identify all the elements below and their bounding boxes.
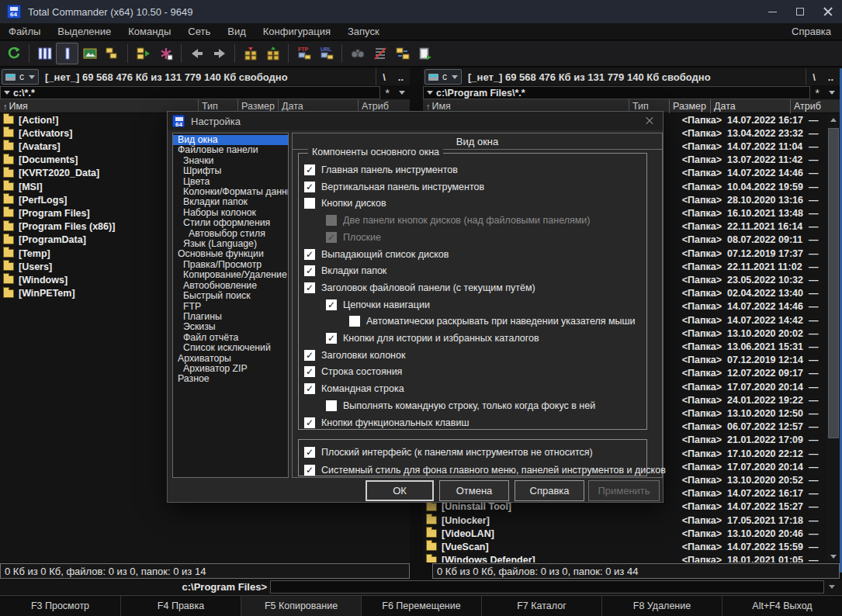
file-row[interactable]: [VueScan]<Папка>14.07.2022 15:59—: [423, 540, 827, 553]
file-row[interactable]: [VideoLAN]<Папка>13.10.2020 20:46—: [423, 527, 827, 540]
right-up-button[interactable]: ..: [822, 71, 840, 83]
checkbox-row[interactable]: ✓Вертикальная панель инструментов: [304, 180, 484, 194]
checkbox-checked[interactable]: ✓: [304, 465, 315, 476]
checkbox-checked[interactable]: ✓: [304, 366, 315, 377]
maximize-button[interactable]: [786, 0, 814, 23]
menu-item-Команды[interactable]: Команды: [120, 23, 179, 40]
checkbox-row[interactable]: Кнопки дисков: [304, 196, 386, 210]
close-button[interactable]: [814, 0, 842, 23]
checkbox-row[interactable]: ✓Кнопки функциональных клавиш: [304, 416, 469, 430]
settings-tree-item[interactable]: Список исключений: [173, 343, 288, 353]
settings-tree-item[interactable]: Файл отчёта: [173, 333, 288, 343]
checkbox-checked[interactable]: ✓: [304, 417, 315, 428]
fn-button-F3[interactable]: F3 Просмотр: [0, 596, 120, 616]
checkbox-checked[interactable]: ✓: [326, 232, 337, 243]
settings-tree-item[interactable]: Вид окна: [173, 135, 288, 145]
column-header-Размер[interactable]: Размер: [669, 99, 706, 113]
command-history-icon[interactable]: [829, 585, 835, 589]
settings-tree-item[interactable]: FTP: [173, 302, 288, 312]
menu-item-Выделение[interactable]: Выделение: [49, 23, 120, 40]
checkbox-checked[interactable]: ✓: [304, 182, 315, 192]
back-icon[interactable]: [185, 43, 208, 64]
sync-dirs-icon[interactable]: [391, 43, 414, 64]
right-scrollbar[interactable]: [827, 113, 840, 562]
dialog-close-button[interactable]: [643, 115, 657, 127]
forward-icon[interactable]: [208, 43, 230, 64]
file-row[interactable]: [Unlocker]<Папка>17.05.2021 17:18—: [423, 514, 827, 527]
ftp-connect-icon[interactable]: FTP: [293, 43, 315, 64]
settings-tree-item[interactable]: Колонки/Форматы данных: [173, 187, 288, 197]
menu-item-Запуск[interactable]: Запуск: [339, 23, 388, 40]
unpack-icon[interactable]: [262, 43, 284, 64]
menu-item-Сеть[interactable]: Сеть: [179, 23, 219, 40]
dir-branch-icon[interactable]: [132, 43, 154, 64]
menu-item-Конфигурация[interactable]: Конфигурация: [255, 23, 339, 40]
view-tree-icon[interactable]: [101, 43, 123, 64]
checkbox-unchecked[interactable]: [304, 198, 315, 209]
favorites-star-icon[interactable]: *: [815, 89, 819, 97]
fn-button-F6[interactable]: F6 Перемещение: [361, 596, 481, 616]
settings-tree-item[interactable]: Плагины: [173, 312, 288, 322]
ftp-url-icon[interactable]: URL: [315, 43, 338, 64]
settings-tree-item[interactable]: Значки: [173, 156, 288, 166]
checkbox-checked[interactable]: ✓: [304, 447, 315, 458]
history-dropdown-icon[interactable]: [399, 91, 405, 95]
checkbox-row[interactable]: ✓Вкладки папок: [304, 264, 386, 278]
checkbox-unchecked[interactable]: [326, 400, 337, 411]
checkbox-unchecked[interactable]: [349, 316, 360, 327]
fn-button-F8[interactable]: F8 Удаление: [601, 596, 722, 616]
left-root-button[interactable]: \: [376, 71, 392, 83]
fn-button-F7[interactable]: F7 Каталог: [481, 596, 601, 616]
minimize-button[interactable]: [758, 0, 786, 23]
checkbox-row[interactable]: ✓Кнопки для истории и избранных каталого…: [326, 331, 539, 345]
fn-button-F5[interactable]: F5 Копирование: [241, 596, 361, 616]
scroll-up-icon[interactable]: [827, 113, 840, 126]
scroll-down-icon[interactable]: [827, 550, 840, 562]
settings-tree-item[interactable]: Файловые панели: [173, 145, 288, 155]
checkbox-row[interactable]: ✓Заголовки колонок: [304, 348, 405, 362]
settings-tree-item[interactable]: Вкладки папок: [173, 197, 288, 207]
fn-button-Alt+F4[interactable]: Alt+F4 Выход: [722, 596, 842, 616]
settings-tree-item[interactable]: Основные функции: [173, 249, 288, 259]
dialog-button-ok[interactable]: ОК: [366, 480, 434, 501]
view-full-icon[interactable]: [33, 43, 56, 64]
settings-tree-item[interactable]: Копирование/Удаление: [173, 270, 288, 280]
settings-tree-item[interactable]: Правка/Просмотр: [173, 260, 288, 270]
settings-tree-item[interactable]: Автообновление: [173, 281, 288, 291]
checkbox-checked[interactable]: ✓: [304, 265, 315, 276]
checkbox-row[interactable]: ✓Строка состояния: [304, 365, 402, 379]
favorites-star-icon[interactable]: *: [385, 89, 390, 97]
menu-item-Вид[interactable]: Вид: [219, 23, 255, 40]
checkbox-checked[interactable]: ✓: [326, 299, 337, 310]
menu-item-Файлы[interactable]: Файлы: [0, 23, 49, 40]
view-brief-icon[interactable]: [56, 43, 78, 64]
file-row[interactable]: [Windows Defender]<Папка>18.01.2021 01:0…: [423, 554, 827, 562]
checkbox-row[interactable]: ✓Командная строка: [304, 382, 404, 396]
checkbox-unchecked[interactable]: [326, 215, 337, 226]
settings-tree-item[interactable]: Разное: [173, 374, 288, 384]
left-up-button[interactable]: ..: [392, 71, 410, 83]
settings-tree-item[interactable]: Наборы колонок: [173, 208, 288, 218]
view-thumbs-icon[interactable]: [78, 43, 101, 64]
checkbox-row[interactable]: ✓Главная панель инструментов: [304, 163, 458, 177]
scrollbar-thumb[interactable]: [828, 128, 839, 438]
column-header-Дата[interactable]: Дата: [710, 99, 736, 113]
right-root-button[interactable]: \: [806, 71, 822, 83]
settings-tree-item[interactable]: Архиваторы: [173, 354, 288, 364]
checkbox-row[interactable]: Две панели кнопок дисков (над файловыми …: [326, 213, 591, 227]
checkbox-row[interactable]: ✓Системный стиль для фона главного меню,…: [304, 463, 666, 477]
checkbox-checked[interactable]: ✓: [304, 249, 315, 260]
menu-help[interactable]: Справка: [781, 26, 842, 37]
right-drive-combo[interactable]: c: [424, 69, 462, 85]
checkbox-row[interactable]: ✓Цепочки навигации: [326, 298, 430, 312]
checkbox-row[interactable]: ✓Заголовок файловой панели (с текущим пу…: [304, 281, 535, 295]
settings-tree-item[interactable]: Быстрый поиск: [173, 291, 288, 301]
checkbox-checked[interactable]: ✓: [304, 164, 315, 175]
settings-tree-item[interactable]: Эскизы: [173, 322, 288, 332]
checkbox-checked[interactable]: ✓: [304, 383, 315, 394]
history-dropdown-icon[interactable]: [829, 91, 835, 95]
dialog-button-help[interactable]: Справка: [515, 480, 584, 501]
pack-icon[interactable]: [239, 43, 262, 64]
checkbox-row[interactable]: Автоматически раскрывать при наведении у…: [349, 314, 636, 328]
column-header-Атриб[interactable]: Атриб: [790, 99, 821, 113]
